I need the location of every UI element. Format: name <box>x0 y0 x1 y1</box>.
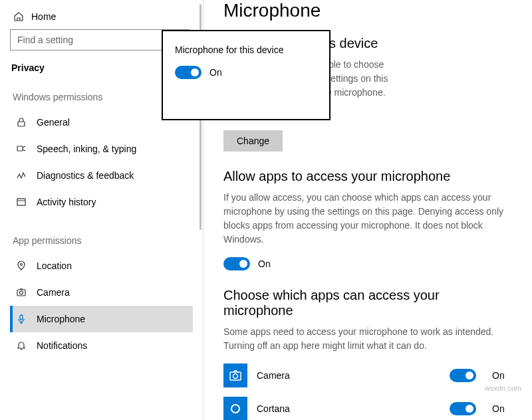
svg-point-9 <box>231 405 239 413</box>
sidebar-item-notifications[interactable]: Notifications <box>10 332 193 359</box>
home-nav[interactable]: Home <box>10 7 193 29</box>
popup-toggle[interactable] <box>175 66 201 79</box>
microphone-icon <box>15 313 27 325</box>
camera-app-icon <box>223 364 247 387</box>
app-row-cortana: Cortana On <box>223 397 512 420</box>
camera-app-toggle[interactable] <box>450 369 476 382</box>
sidebar-item-diagnostics[interactable]: Diagnostics & feedback <box>10 162 193 189</box>
section2-title: Allow apps to access your microphone <box>223 169 512 184</box>
svg-rect-4 <box>17 290 25 296</box>
search-input[interactable] <box>17 35 182 45</box>
page-title: Microphone <box>223 0 512 21</box>
sidebar-item-label: General <box>37 117 70 128</box>
diagnostics-icon <box>15 169 27 181</box>
sidebar-item-label: Microphone <box>37 314 85 324</box>
sidebar-item-label: Location <box>37 261 72 271</box>
app-permissions-header: App permissions <box>10 235 193 246</box>
activity-icon <box>15 196 27 208</box>
sidebar-item-location[interactable]: Location <box>10 253 193 279</box>
notifications-icon <box>15 340 27 352</box>
sidebar-item-microphone[interactable]: Microphone <box>10 306 193 332</box>
svg-point-8 <box>233 374 238 379</box>
allow-apps-toggle-label: On <box>258 259 271 269</box>
svg-point-3 <box>21 264 23 266</box>
sidebar-item-label: Activity history <box>37 197 96 207</box>
popup-title: Microphone for this device <box>175 45 317 55</box>
cortana-app-icon <box>223 397 247 420</box>
cortana-app-toggle-label: On <box>492 403 512 414</box>
camera-icon <box>15 286 27 298</box>
change-popup: Microphone for this device On <box>162 30 331 120</box>
sidebar-item-label: Diagnostics & feedback <box>37 170 134 181</box>
svg-point-5 <box>20 291 23 294</box>
allow-apps-toggle[interactable] <box>223 257 250 270</box>
svg-rect-6 <box>20 315 23 320</box>
popup-toggle-label: On <box>209 67 222 78</box>
section2-desc: If you allow access, you can choose whic… <box>223 191 512 247</box>
watermark: wsxdn.com <box>485 384 521 392</box>
sidebar-item-label: Speech, inking, & typing <box>37 144 136 154</box>
svg-rect-2 <box>17 199 25 205</box>
svg-rect-1 <box>17 146 23 151</box>
sidebar-item-camera[interactable]: Camera <box>10 279 193 306</box>
app-row-camera: Camera On <box>223 364 512 387</box>
cortana-app-toggle[interactable] <box>450 402 476 415</box>
sidebar-item-label: Notifications <box>37 340 87 351</box>
lock-icon <box>15 116 27 128</box>
section3-title: Choose which apps can access your microp… <box>223 288 512 318</box>
home-label: Home <box>31 11 56 22</box>
camera-app-toggle-label: On <box>492 370 512 381</box>
home-icon <box>13 11 25 23</box>
section3-desc: Some apps need to access your microphone… <box>223 325 512 353</box>
change-button[interactable]: Change <box>223 130 283 152</box>
speech-icon <box>15 143 27 155</box>
app-name: Cortana <box>257 403 440 414</box>
svg-rect-0 <box>18 122 25 126</box>
sidebar-item-speech[interactable]: Speech, inking, & typing <box>10 136 193 162</box>
sidebar-item-label: Camera <box>37 287 70 298</box>
location-icon <box>15 260 27 272</box>
app-name: Camera <box>257 370 440 381</box>
sidebar-item-activity[interactable]: Activity history <box>10 189 193 215</box>
